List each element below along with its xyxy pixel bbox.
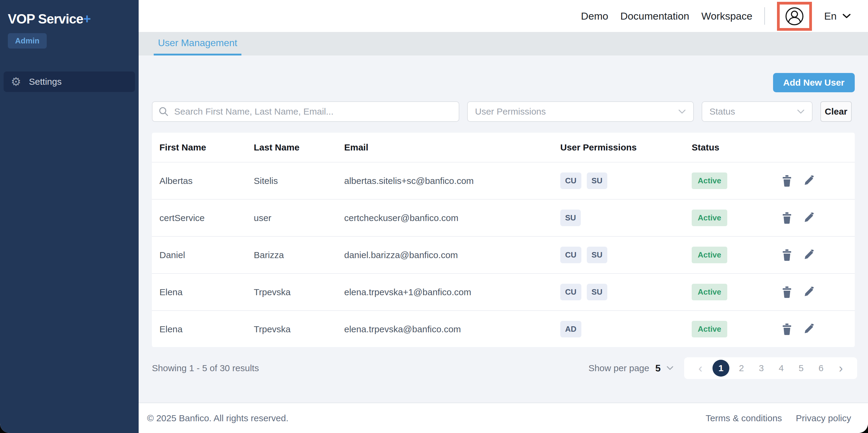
- delete-icon[interactable]: [781, 286, 793, 298]
- edit-icon[interactable]: [803, 323, 814, 335]
- nav-link-documentation[interactable]: Documentation: [620, 10, 689, 22]
- column-header-email: Email: [344, 142, 560, 152]
- edit-icon[interactable]: [803, 286, 814, 298]
- cell-email: elena.trpevska@banfico.com: [344, 324, 560, 335]
- user-permissions-select[interactable]: User Permissions: [467, 101, 694, 122]
- chevron-down-icon: [842, 13, 851, 19]
- nav-link-workspace[interactable]: Workspace: [701, 10, 752, 22]
- user-permissions-select-value: User Permissions: [475, 107, 546, 117]
- search-input[interactable]: [174, 107, 453, 117]
- tab-user-management[interactable]: User Management: [154, 32, 241, 56]
- delete-icon[interactable]: [781, 249, 793, 261]
- add-new-user-button[interactable]: Add New User: [773, 73, 855, 92]
- cell-last-name: Barizza: [254, 250, 344, 260]
- page-button-2[interactable]: 2: [734, 360, 749, 377]
- chevron-down-icon: [797, 109, 805, 114]
- page-button-1[interactable]: 1: [712, 360, 730, 377]
- filter-toolbar: User Permissions Status Clear: [152, 101, 855, 122]
- page-button-4[interactable]: 4: [773, 360, 789, 377]
- nav-link-demo[interactable]: Demo: [581, 10, 609, 22]
- cell-email: daniel.barizza@banfico.com: [344, 250, 560, 260]
- table-row: Daniel Barizza daniel.barizza@banfico.co…: [152, 236, 855, 273]
- cell-last-name: user: [254, 213, 344, 223]
- copyright-text: © 2025 Banfico. All rights reserved.: [147, 413, 288, 423]
- search-icon: [158, 107, 169, 117]
- cell-last-name: Trpevska: [254, 287, 344, 297]
- sidebar-item-settings[interactable]: ⚙ Settings: [4, 71, 135, 92]
- delete-icon[interactable]: [781, 323, 793, 335]
- cell-first-name: Elena: [159, 287, 254, 297]
- users-table: First Name Last Name Email User Permissi…: [152, 133, 855, 347]
- chevron-down-icon: [678, 109, 686, 114]
- app-logo-text: VOP Service: [8, 11, 83, 26]
- status-badge: Active: [692, 209, 727, 226]
- delete-icon[interactable]: [781, 212, 793, 224]
- clear-filters-button[interactable]: Clear: [820, 101, 852, 122]
- delete-icon[interactable]: [781, 175, 793, 186]
- profile-annotation-box[interactable]: [777, 2, 812, 31]
- permission-chip: CU: [560, 284, 581, 300]
- permission-chip: AD: [560, 321, 581, 338]
- permission-chip: SU: [587, 247, 607, 263]
- status-badge: Active: [692, 172, 727, 189]
- search-box: [152, 101, 459, 122]
- column-header-first-name: First Name: [159, 142, 254, 152]
- column-header-status: Status: [692, 142, 781, 152]
- cell-first-name: Daniel: [159, 250, 254, 260]
- terms-link[interactable]: Terms & conditions: [706, 413, 782, 423]
- language-selector[interactable]: En: [824, 10, 851, 22]
- table-row: certService user certcheckuser@banfico.c…: [152, 199, 855, 236]
- per-page-label: Show per page: [588, 363, 649, 373]
- app-window: VOP Service+ Admin ⚙ Settings Demo Docum…: [0, 0, 868, 433]
- sidebar: VOP Service+ Admin ⚙ Settings: [0, 0, 138, 433]
- cell-first-name: Albertas: [159, 176, 254, 186]
- edit-icon[interactable]: [803, 175, 814, 186]
- tab-bar: User Management: [138, 32, 868, 56]
- permission-chip: CU: [560, 247, 581, 263]
- language-label: En: [824, 10, 837, 22]
- cell-email: certcheckuser@banfico.com: [344, 213, 560, 223]
- results-summary: Showing 1 - 5 of 30 results: [152, 363, 259, 373]
- table-row: Elena Trpevska elena.trpevska@banfico.co…: [152, 310, 855, 347]
- cell-last-name: Trpevska: [254, 324, 344, 335]
- table-footer-row: Showing 1 - 5 of 30 results Show per pag…: [152, 357, 857, 379]
- page-button-5[interactable]: 5: [793, 360, 809, 377]
- per-page-value: 5: [655, 363, 661, 374]
- permission-chip: SU: [560, 209, 581, 226]
- page-footer: © 2025 Banfico. All rights reserved. Ter…: [138, 403, 868, 433]
- user-icon[interactable]: [785, 7, 804, 26]
- top-navbar: Demo Documentation Workspace En: [138, 0, 868, 32]
- page-button-3[interactable]: 3: [753, 360, 769, 377]
- status-badge: Active: [692, 247, 727, 263]
- main-content: Add New User User Permissions Status: [138, 56, 868, 403]
- table-header-row: First Name Last Name Email User Permissi…: [152, 133, 855, 162]
- table-row: Elena Trpevska elena.trpevska+1@banfico.…: [152, 273, 855, 310]
- status-badge: Active: [692, 321, 727, 338]
- pagination: ‹ 1 2 3 4 5 6 ›: [684, 357, 857, 379]
- nav-separator: [764, 7, 765, 25]
- next-page-button[interactable]: ›: [833, 360, 849, 377]
- app-logo-plus: +: [83, 11, 91, 26]
- column-header-last-name: Last Name: [254, 142, 344, 152]
- previous-page-button[interactable]: ‹: [692, 360, 708, 377]
- cell-first-name: Elena: [159, 324, 254, 335]
- permission-chip: SU: [587, 284, 607, 300]
- per-page-selector[interactable]: Show per page 5: [588, 363, 673, 374]
- permission-chip: CU: [560, 172, 581, 189]
- status-select[interactable]: Status: [702, 101, 812, 122]
- chevron-down-icon: [667, 366, 673, 370]
- permission-chip: SU: [587, 172, 607, 189]
- status-select-value: Status: [710, 107, 735, 117]
- sidebar-item-label: Settings: [29, 77, 61, 87]
- status-badge: Active: [692, 284, 727, 300]
- cell-last-name: Sitelis: [254, 176, 344, 186]
- role-badge: Admin: [8, 33, 47, 49]
- page-button-6[interactable]: 6: [813, 360, 829, 377]
- edit-icon[interactable]: [803, 249, 814, 261]
- sidebar-nav: ⚙ Settings: [0, 71, 138, 92]
- cell-first-name: certService: [159, 213, 254, 223]
- cell-email: elena.trpevska+1@banfico.com: [344, 287, 560, 297]
- edit-icon[interactable]: [803, 212, 814, 224]
- app-logo: VOP Service+: [0, 0, 138, 27]
- privacy-link[interactable]: Privacy policy: [796, 413, 851, 423]
